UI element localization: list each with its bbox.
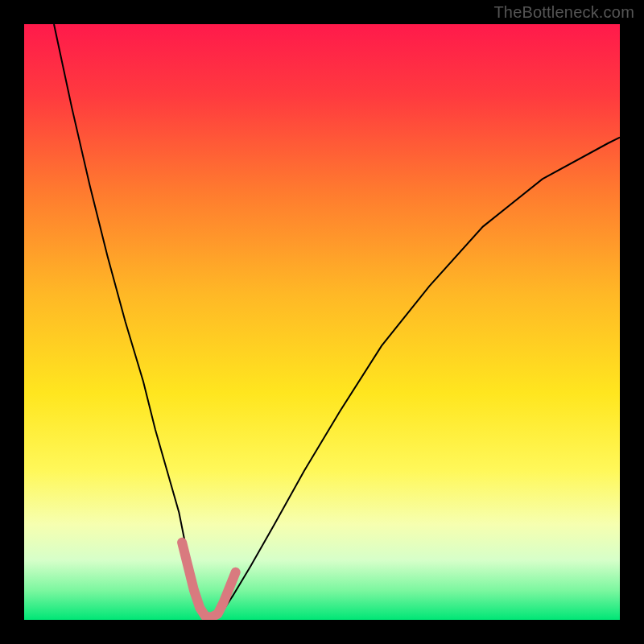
watermark-text: TheBottleneck.com (493, 3, 634, 22)
gradient-background (24, 24, 620, 620)
chart-container: TheBottleneck.com (0, 0, 644, 644)
plot-area (24, 24, 620, 620)
chart-svg (24, 24, 620, 620)
